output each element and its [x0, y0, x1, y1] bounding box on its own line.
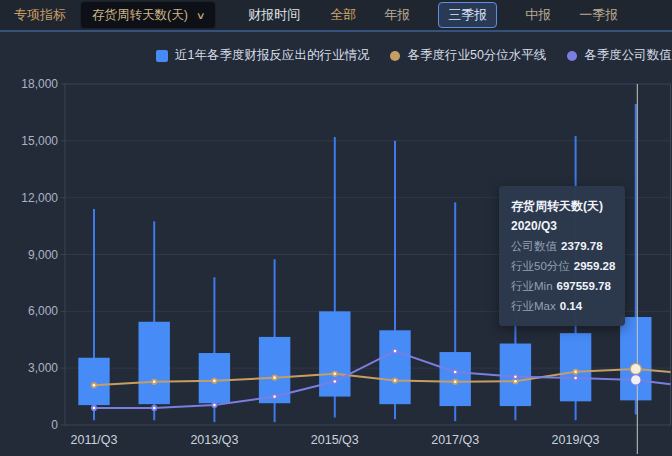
median-point-center	[574, 370, 577, 373]
report-time-label: 财报时间	[248, 6, 300, 24]
tooltip-row-0: 公司数值2379.78	[511, 236, 613, 256]
company-point-center	[394, 350, 397, 353]
period-tab-2[interactable]: 三季报	[438, 2, 497, 28]
median-point-highlight[interactable]	[630, 363, 641, 374]
company-point-center	[153, 407, 156, 410]
box[interactable]	[78, 358, 109, 405]
company-point-center	[454, 371, 457, 374]
company-point-center	[574, 377, 577, 380]
y-tick-label: 18,000	[21, 77, 58, 91]
header-bar: 专项指标 存货周转天数(天) ∨ 财报时间 全部年报三季报中报一季报	[0, 0, 672, 32]
y-tick-label: 3,000	[28, 361, 58, 375]
tooltip-row-value: 2379.78	[561, 240, 603, 252]
period-tab-bar: 全部年报三季报中报一季报	[330, 2, 618, 28]
x-tick-label: 2019/Q3	[552, 433, 600, 447]
median-point-center	[394, 379, 397, 382]
median-point-center	[273, 376, 276, 379]
x-tick-label: 2017/Q3	[431, 433, 479, 447]
y-tick-label: 9,000	[28, 248, 58, 262]
tooltip-row-label: 行业50分位	[511, 260, 570, 272]
chart-tooltip: 存货周转天数(天) 2020/Q3 公司数值2379.78行业50分位2959.…	[499, 186, 625, 326]
box[interactable]	[560, 333, 591, 401]
chevron-down-icon: ∨	[196, 10, 206, 21]
company-point-center	[213, 404, 216, 407]
period-tab-3[interactable]: 中报	[525, 6, 551, 24]
tooltip-row-3: 行业Max0.14	[511, 296, 613, 316]
y-tick-label: 15,000	[21, 134, 58, 148]
median-point-center	[213, 380, 216, 383]
company-point-center	[334, 380, 337, 383]
tooltip-title: 存货周转天数(天)	[511, 196, 613, 216]
period-tab-1[interactable]: 年报	[384, 6, 410, 24]
tooltip-rows: 公司数值2379.78行业50分位2959.28行业Min697559.78行业…	[511, 236, 613, 316]
y-tick-label: 6,000	[28, 304, 58, 318]
legend-circle-icon	[390, 51, 400, 61]
tooltip-row-label: 公司数值	[511, 240, 557, 252]
median-point-center	[454, 381, 457, 384]
box[interactable]	[620, 317, 651, 400]
y-tick-label: 0	[51, 418, 58, 432]
y-tick-label: 12,000	[21, 191, 58, 205]
tooltip-row-2: 行业Min697559.78	[511, 276, 613, 296]
median-point-center	[93, 384, 96, 387]
company-point-center	[273, 395, 276, 398]
tooltip-row-label: 行业Max	[511, 300, 556, 312]
company-point-center	[514, 375, 517, 378]
median-point-center	[334, 373, 337, 376]
tooltip-row-label: 行业Min	[511, 280, 553, 292]
indicator-dropdown-value: 存货周转天数(天)	[92, 7, 188, 24]
company-point-highlight[interactable]	[631, 375, 642, 386]
tooltip-row-value: 2959.28	[574, 260, 616, 272]
tooltip-row-1: 行业50分位2959.28	[511, 256, 613, 276]
box[interactable]	[139, 322, 170, 404]
period-tab-0[interactable]: 全部	[330, 6, 356, 24]
tooltip-row-value: 697559.78	[557, 280, 611, 292]
tooltip-period: 2020/Q3	[511, 216, 613, 236]
indicator-dropdown[interactable]: 存货周转天数(天) ∨	[80, 1, 216, 29]
x-tick-label: 2011/Q3	[70, 433, 117, 447]
median-point-center	[153, 381, 156, 384]
section-title: 专项指标	[14, 6, 66, 24]
tooltip-row-value: 0.14	[560, 300, 582, 312]
x-tick-label: 2015/Q3	[311, 433, 359, 447]
median-point-center	[514, 380, 517, 383]
x-tick-label: 2013/Q3	[190, 433, 238, 447]
period-tab-4[interactable]: 一季报	[579, 6, 618, 24]
box[interactable]	[379, 330, 410, 404]
company-point-center	[93, 407, 96, 410]
legend-circle-icon	[567, 51, 577, 61]
indicator-panel: 专项指标 存货周转天数(天) ∨ 财报时间 全部年报三季报中报一季报 近1年各季…	[0, 0, 672, 32]
